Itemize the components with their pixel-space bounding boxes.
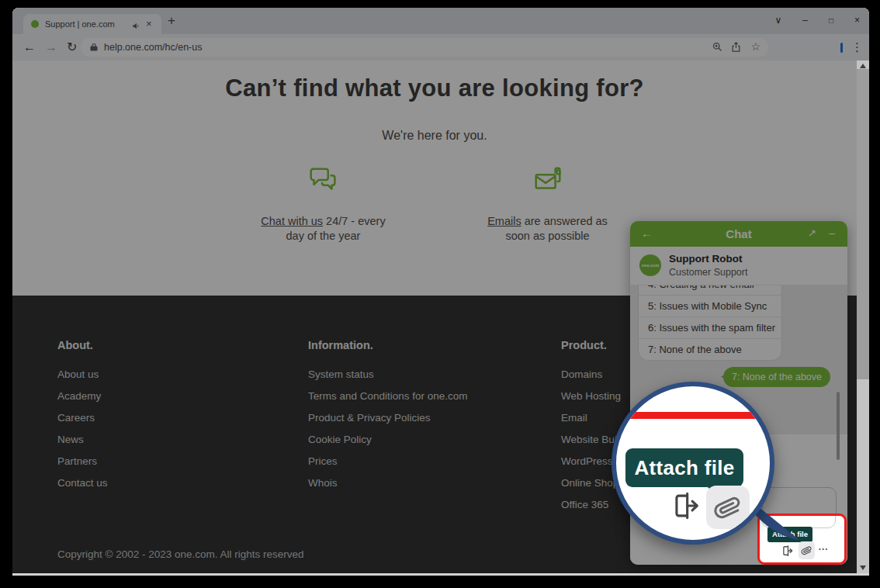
page-scrollbar[interactable]	[857, 61, 869, 573]
scroll-up-arrow-icon[interactable]	[860, 64, 866, 68]
magnifier-circle: Attach file	[611, 382, 774, 545]
browser-window: Support | one.com × + ∨ – □ × ← → ↻ help…	[12, 8, 869, 576]
window-bottom-edge	[12, 573, 869, 576]
scroll-down-arrow-icon[interactable]	[860, 566, 866, 570]
magnified-attach-file-button	[706, 486, 750, 529]
magnified-attach-file-tooltip: Attach file	[625, 448, 743, 487]
magnified-red-border	[612, 412, 774, 419]
page-scrollbar-thumb[interactable]	[857, 69, 869, 379]
more-options-icon[interactable]: •••	[819, 542, 829, 556]
magnified-exit-chat-icon	[667, 489, 702, 526]
